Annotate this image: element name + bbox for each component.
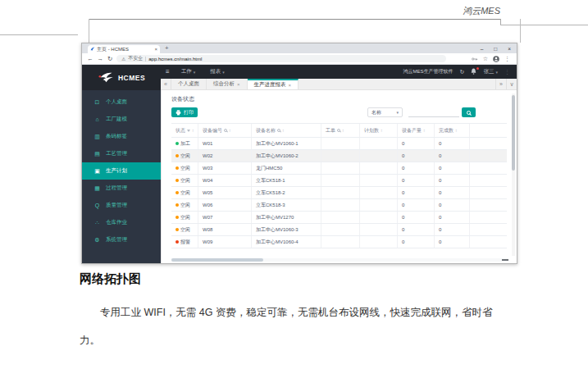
table-row[interactable]: 报警 W09 加工中心MV1060-4 0 0: [171, 236, 507, 248]
company-name: 鸿云MES生产管理软件: [403, 68, 454, 75]
tab-close-icon[interactable]: ×: [237, 82, 240, 87]
sidebar-item-label: 条码标签: [106, 133, 127, 140]
cell-name: 加工中心MV1060-4: [252, 236, 321, 248]
sidebar-item-production-plan[interactable]: ▣生产计划: [82, 162, 161, 180]
user-menu[interactable]: 张三 ▾: [483, 68, 498, 75]
password-key-icon[interactable]: [472, 57, 478, 61]
status-dot: [175, 166, 179, 170]
cell-code: W08: [198, 224, 252, 235]
column-search-icon[interactable]: [337, 129, 340, 132]
profile-avatar-icon[interactable]: [493, 56, 499, 62]
window-close-button[interactable]: ×: [508, 46, 511, 52]
back-icon[interactable]: ←: [87, 56, 93, 62]
sidebar-item-label: 个人桌面: [106, 98, 127, 106]
notification-bell-icon[interactable]: [471, 68, 476, 75]
sort-icon[interactable]: ↕: [381, 128, 383, 133]
tab-analysis[interactable]: 综合分析 ×: [207, 79, 248, 89]
table-row[interactable]: 空闲 W02 加工中心MV1060-2 0 0: [171, 150, 507, 162]
sort-icon[interactable]: ↕: [342, 128, 344, 133]
col-done[interactable]: 完成数↕: [435, 124, 470, 137]
mes-app: ≡ 工作 ▾ 报表 ▾ 鸿云MES生产管理软件 ↻: [82, 65, 517, 263]
tab-close-icon[interactable]: ×: [154, 47, 157, 52]
desktop-icon: ⊡: [93, 99, 101, 106]
horizontal-scrollbar[interactable]: [171, 258, 508, 262]
tab-close-icon[interactable]: ×: [289, 83, 292, 88]
chevron-down-icon: ▾: [222, 70, 225, 75]
system-icon: ⚙: [93, 237, 101, 244]
vertical-scrollbar-thumb[interactable]: [512, 95, 515, 171]
browser-menu-icon[interactable]: ⋮: [504, 56, 510, 61]
table-row[interactable]: 空闲 W08 加工中心MV1060-3 0 0: [171, 224, 507, 236]
sort-icon[interactable]: ↕: [229, 128, 231, 133]
chevron-down-icon: ▾: [495, 70, 498, 75]
print-button[interactable]: 打印: [171, 107, 198, 117]
col-code[interactable]: 设备编号↕: [198, 124, 252, 137]
col-status[interactable]: 状态↕: [171, 124, 198, 137]
sidebar-item-label: 系统管理: [106, 236, 127, 244]
cell-code: W01: [198, 138, 252, 149]
table-row[interactable]: 空闲 W04 立车CK518-1 0 0: [171, 175, 507, 187]
table-row[interactable]: 空闲 W05 立车CK518-2 0 0: [171, 187, 507, 199]
window-maximize-button[interactable]: □: [494, 46, 497, 52]
filter-funnel-icon[interactable]: [187, 130, 190, 132]
sidebar-item-process[interactable]: ▦过程管理: [82, 180, 161, 197]
column-search-icon[interactable]: [277, 129, 280, 132]
table-row[interactable]: 空闲 W06 立车CK518-3 0 0: [171, 199, 507, 212]
sidebar-item-warehouse[interactable]: ∴仓库作业: [82, 214, 161, 231]
browser-tab[interactable]: 主页 - HCMES ×: [88, 45, 160, 53]
sidebar-item-desktop[interactable]: ⊡个人桌面: [82, 93, 161, 111]
sort-icon[interactable]: ↕: [282, 128, 285, 133]
search-button[interactable]: [462, 107, 476, 117]
bookmark-star-icon[interactable]: ☆: [483, 56, 488, 61]
col-output[interactable]: 设备产量↕: [398, 124, 435, 137]
sidebar-item-craft[interactable]: ▤工艺管理: [82, 145, 161, 162]
status-label: 空闲: [180, 165, 190, 172]
cell-output: 0: [398, 162, 435, 174]
forward-icon[interactable]: →: [98, 56, 104, 62]
cell-plan: [360, 150, 398, 162]
url-bar[interactable]: ⚠ 不安全 app.hcmes.cn/main.html: [116, 55, 446, 62]
app-logo: HCMES: [82, 65, 161, 90]
new-tab-button[interactable]: +: [165, 45, 169, 52]
status-dot: [175, 191, 179, 194]
col-plan[interactable]: 计划数↕: [360, 124, 398, 137]
tabs-expand-icon[interactable]: »: [495, 79, 506, 89]
table-row[interactable]: 加工 W01 加工中心MV1060-1 0 0: [171, 138, 507, 150]
sort-icon[interactable]: ↕: [423, 128, 426, 133]
nav-item-work[interactable]: 工作 ▾: [181, 68, 196, 75]
search-input[interactable]: [408, 108, 459, 117]
sort-icon[interactable]: ↕: [192, 128, 194, 133]
horizontal-scrollbar-thumb[interactable]: [171, 258, 263, 262]
tabs-collapse-icon[interactable]: «: [161, 79, 171, 89]
cell-code: W03: [198, 162, 252, 174]
sort-icon[interactable]: ↕: [455, 128, 458, 133]
horizontal-scrollbar-end: [502, 259, 508, 261]
hamburger-menu-icon[interactable]: ≡: [166, 68, 170, 75]
cell-name: 龙门HMC50: [252, 162, 321, 174]
table-row[interactable]: 空闲 W03 龙门HMC50 0 0: [171, 162, 507, 175]
table-row[interactable]: 空闲 W07 加工中心MV1270 0 0: [171, 212, 507, 224]
vertical-scrollbar[interactable]: [512, 93, 515, 256]
nav-item-report[interactable]: 报表 ▾: [210, 68, 225, 75]
window-minimize-button[interactable]: –: [481, 46, 484, 52]
filter-field-select[interactable]: 名称 ▾: [367, 107, 403, 117]
document-page: 鸿云MES 主页 - HCMES × + – □ × ← → ↻ ⚠ 不安: [0, 0, 588, 369]
table-header: 状态↕ 设备编号↕ 设备名称↕ 工单↕ 计划数↕ 设备产量↕ 完成数↕: [171, 124, 507, 138]
col-order[interactable]: 工单↕: [321, 124, 360, 137]
frame-line-left: [89, 19, 89, 43]
sidebar-item-quality[interactable]: Q质量管理: [82, 197, 161, 214]
tab-production-report[interactable]: 生产进度报表 ×: [248, 79, 299, 89]
app-more-icon[interactable]: ⋮: [504, 69, 510, 75]
cell-code: W09: [198, 236, 252, 248]
sidebar-item-factory-model[interactable]: ⌂工厂建模: [82, 111, 161, 128]
refresh-icon[interactable]: ↻: [460, 69, 465, 75]
tab-personal-desktop[interactable]: 个人桌面: [171, 79, 207, 89]
sidebar-item-system[interactable]: ⚙系统管理: [82, 231, 161, 248]
tabs-dropdown-icon[interactable]: ∨: [506, 79, 517, 89]
cell-plan: [360, 162, 398, 174]
cell-order: [321, 187, 360, 198]
sidebar-item-barcode[interactable]: ▥条码标签: [82, 128, 161, 145]
column-search-icon[interactable]: [224, 129, 227, 132]
reload-icon[interactable]: ↻: [107, 56, 112, 62]
col-name[interactable]: 设备名称↕: [252, 124, 321, 137]
